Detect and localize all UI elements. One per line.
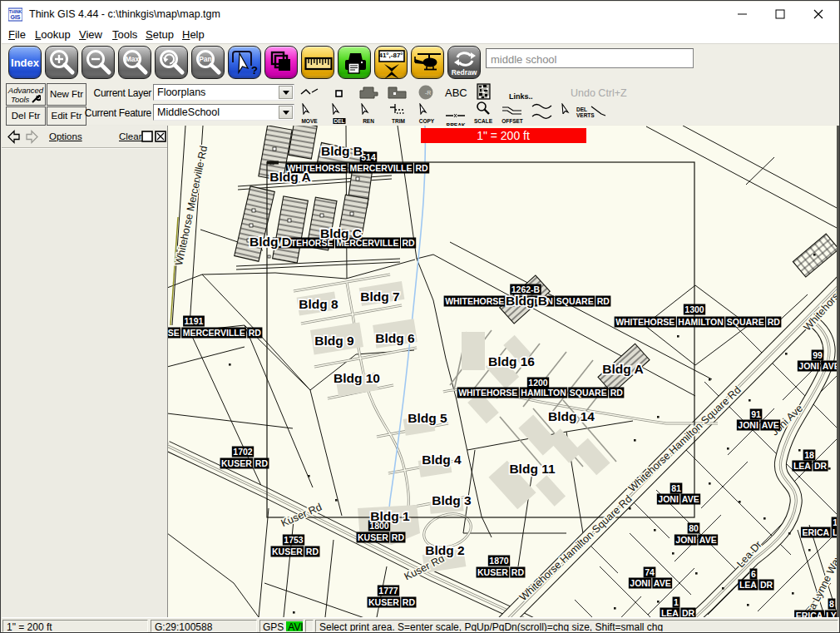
building-label: Bldg 16 bbox=[488, 354, 535, 368]
delete-tool[interactable]: DEL bbox=[330, 103, 348, 118]
draw-text-tool[interactable]: ABC bbox=[445, 85, 467, 100]
pan-icon bbox=[192, 47, 225, 80]
svg-text:LEA: LEA bbox=[739, 580, 757, 590]
polyline-icon bbox=[300, 87, 320, 98]
copy-tool[interactable]: COPY bbox=[418, 103, 436, 118]
status-gps: GPSAVL bbox=[259, 620, 304, 632]
svg-text:RD: RD bbox=[511, 567, 525, 577]
building-label: Bldg D bbox=[250, 235, 291, 249]
identify-button[interactable]: ? bbox=[228, 46, 261, 79]
tool-label: OFFSET bbox=[502, 118, 523, 124]
draw-polygon-tool[interactable] bbox=[358, 86, 380, 103]
draw-point-tool[interactable] bbox=[334, 87, 344, 102]
menu-view[interactable]: View bbox=[79, 28, 102, 41]
measure-button[interactable] bbox=[301, 46, 334, 79]
street-label: KUSERRD bbox=[357, 532, 406, 543]
search-input[interactable] bbox=[486, 48, 694, 68]
forward-arrow-icon[interactable] bbox=[27, 131, 37, 143]
break-tool[interactable]: BREAK bbox=[445, 107, 467, 122]
svg-text:81: 81 bbox=[671, 483, 681, 493]
building-label: Bldg 8 bbox=[299, 297, 338, 311]
status-coordinates: G:29:100588 bbox=[151, 620, 257, 632]
minimize-button[interactable] bbox=[723, 2, 761, 26]
svg-text:JONI: JONI bbox=[630, 578, 650, 588]
checkbox-empty-icon[interactable] bbox=[142, 131, 152, 141]
tool-label: DEL bbox=[334, 118, 346, 124]
street-label: LEADR bbox=[738, 580, 773, 591]
street-label: 1300 bbox=[684, 304, 705, 315]
zoom-previous-button[interactable] bbox=[155, 46, 188, 79]
svg-text:1300: 1300 bbox=[684, 304, 704, 314]
draw-filled-polygon-tool[interactable] bbox=[387, 86, 408, 103]
svg-text:WHITEHORSE: WHITEHORSE bbox=[445, 296, 504, 306]
polygon-icon bbox=[358, 86, 380, 100]
redraw-button[interactable]: Redraw bbox=[447, 46, 481, 79]
smooth-tool[interactable] bbox=[531, 101, 553, 123]
advanced-tools-label: Advanced bbox=[8, 86, 43, 95]
svg-text:SQUARE: SQUARE bbox=[570, 388, 607, 398]
undo-button[interactable]: Undo Ctrl+Z bbox=[571, 87, 627, 99]
zoom-max-button[interactable]: Max bbox=[118, 46, 151, 79]
index-button[interactable]: Index bbox=[8, 46, 42, 79]
svg-text:LEA: LEA bbox=[793, 461, 811, 471]
scale-tool[interactable]: SCALE bbox=[474, 101, 492, 118]
maximize-button[interactable] bbox=[761, 2, 799, 26]
delete-vertices-tool[interactable]: DELVERTS bbox=[560, 102, 571, 117]
current-feature-dropdown[interactable]: MiddleSchool bbox=[153, 104, 294, 121]
dropdown-arrow-icon[interactable] bbox=[279, 86, 293, 99]
menu-lookup[interactable]: Lookup bbox=[35, 28, 71, 41]
svg-text:RD: RD bbox=[403, 597, 416, 607]
options-link[interactable]: Options bbox=[49, 131, 82, 141]
app-icon: THINK GIS bbox=[8, 7, 22, 22]
svg-text:LEA: LEA bbox=[661, 608, 679, 617]
svg-text:KUSER: KUSER bbox=[368, 597, 399, 607]
clear-link[interactable]: Clear bbox=[119, 131, 141, 141]
button-label: Index bbox=[9, 57, 41, 69]
checkbox-x-icon[interactable] bbox=[156, 131, 166, 141]
rename-tool[interactable]: REN bbox=[359, 103, 378, 118]
svg-text:1777: 1777 bbox=[378, 586, 398, 596]
building-label: Bldg 1 bbox=[370, 509, 410, 523]
svg-text:RD: RD bbox=[610, 388, 624, 398]
zoom-in-button[interactable] bbox=[45, 46, 78, 79]
street-label: 80 bbox=[688, 523, 700, 534]
menu-setup[interactable]: Setup bbox=[146, 28, 174, 41]
menu-file[interactable]: File bbox=[8, 28, 26, 41]
svg-text:WHITEHORSE: WHITEHORSE bbox=[615, 317, 674, 327]
gps-coordinates-button[interactable]: 41°,-87° bbox=[374, 46, 408, 79]
building-label: Bldg B bbox=[321, 144, 363, 158]
dropdown-arrow-icon[interactable] bbox=[279, 106, 293, 119]
delete-feature-button[interactable]: Del Ftr bbox=[6, 106, 46, 126]
circle-tool-label: -R bbox=[425, 90, 431, 96]
advanced-tools-button[interactable]: Advanced Tools bbox=[6, 83, 46, 106]
offset-tool[interactable]: OFFSET bbox=[502, 103, 523, 118]
draw-line-tool[interactable] bbox=[300, 87, 320, 101]
pan-button[interactable]: Pan bbox=[191, 46, 225, 79]
draw-circle-tool[interactable]: -R bbox=[418, 85, 436, 103]
line-tool[interactable] bbox=[590, 105, 608, 120]
trim-tool[interactable]: TRIM bbox=[388, 103, 408, 118]
svg-text:RD: RD bbox=[416, 163, 429, 173]
break-icon bbox=[445, 112, 467, 119]
zoom-out-button[interactable] bbox=[82, 46, 115, 79]
back-arrow-icon[interactable] bbox=[8, 131, 19, 143]
print-button[interactable] bbox=[338, 46, 371, 79]
button-label: Max bbox=[116, 55, 149, 63]
links-tool[interactable]: Links.. bbox=[509, 87, 533, 102]
svg-text:RD: RD bbox=[255, 458, 269, 468]
menu-help[interactable]: Help bbox=[182, 28, 205, 41]
map-canvas[interactable]: Whitehorse Mercerville RdKuser RdKuser R… bbox=[168, 126, 838, 617]
layers-button[interactable] bbox=[264, 46, 298, 79]
menu-tools[interactable]: Tools bbox=[112, 28, 137, 41]
street-label: 8 bbox=[828, 599, 836, 610]
helicopter-button[interactable] bbox=[411, 46, 444, 79]
current-layer-dropdown[interactable]: Floorplans bbox=[153, 84, 294, 101]
abc-tool-label: ABC bbox=[445, 87, 467, 99]
street-label: JONIAVE bbox=[798, 361, 838, 372]
street-label: LEADR bbox=[660, 608, 695, 618]
close-button[interactable] bbox=[799, 2, 838, 26]
move-tool[interactable]: MOVE bbox=[300, 103, 319, 118]
svg-text:JONI: JONI bbox=[658, 494, 679, 504]
street-label: WHITEHORSEHAMILTONSQUARERD bbox=[615, 317, 782, 328]
identify-cursor-icon: ? bbox=[229, 47, 262, 80]
